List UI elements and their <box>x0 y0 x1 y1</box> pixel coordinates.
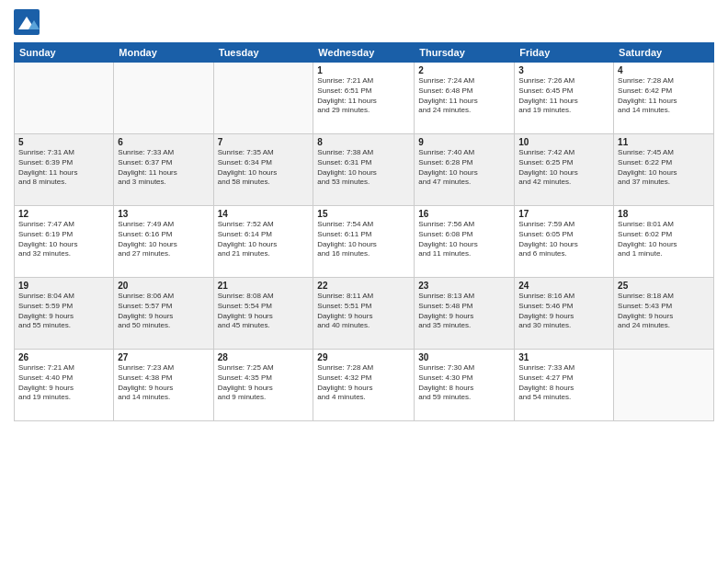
day-info: Sunrise: 7:31 AM Sunset: 6:39 PM Dayligh… <box>18 148 109 188</box>
calendar-day-cell: 26Sunrise: 7:21 AM Sunset: 4:40 PM Dayli… <box>15 350 114 421</box>
calendar-day-cell: 6Sunrise: 7:33 AM Sunset: 6:37 PM Daylig… <box>114 134 213 206</box>
calendar-week-row: 1Sunrise: 7:21 AM Sunset: 6:51 PM Daylig… <box>15 63 714 134</box>
day-of-week-header: Saturday <box>614 43 714 63</box>
day-number: 8 <box>317 137 410 147</box>
day-info: Sunrise: 7:33 AM Sunset: 6:37 PM Dayligh… <box>118 148 209 188</box>
day-info: Sunrise: 7:59 AM Sunset: 6:05 PM Dayligh… <box>518 220 609 259</box>
calendar-day-cell: 18Sunrise: 8:01 AM Sunset: 6:02 PM Dayli… <box>614 206 714 278</box>
logo <box>14 9 43 35</box>
day-info: Sunrise: 8:13 AM Sunset: 5:48 PM Dayligh… <box>418 292 510 331</box>
day-info: Sunrise: 7:35 AM Sunset: 6:34 PM Dayligh… <box>218 148 310 188</box>
day-number: 2 <box>418 65 510 75</box>
calendar-day-cell: 13Sunrise: 7:49 AM Sunset: 6:16 PM Dayli… <box>114 206 213 278</box>
day-info: Sunrise: 7:24 AM Sunset: 6:48 PM Dayligh… <box>418 76 510 116</box>
calendar-day-cell: 30Sunrise: 7:30 AM Sunset: 4:30 PM Dayli… <box>415 350 515 421</box>
calendar-day-cell: 27Sunrise: 7:23 AM Sunset: 4:38 PM Dayli… <box>114 350 213 421</box>
day-number: 23 <box>418 281 510 291</box>
calendar-week-row: 26Sunrise: 7:21 AM Sunset: 4:40 PM Dayli… <box>15 350 714 421</box>
calendar-day-cell: 8Sunrise: 7:38 AM Sunset: 6:31 PM Daylig… <box>313 134 415 206</box>
calendar-week-row: 5Sunrise: 7:31 AM Sunset: 6:39 PM Daylig… <box>15 134 714 206</box>
logo-icon <box>14 9 40 35</box>
calendar-day-cell: 21Sunrise: 8:08 AM Sunset: 5:54 PM Dayli… <box>213 278 313 350</box>
calendar-day-cell: 15Sunrise: 7:54 AM Sunset: 6:11 PM Dayli… <box>313 206 415 278</box>
day-number: 21 <box>218 281 310 291</box>
calendar-day-cell: 24Sunrise: 8:16 AM Sunset: 5:46 PM Dayli… <box>515 278 614 350</box>
day-number: 12 <box>18 209 109 219</box>
day-info: Sunrise: 8:01 AM Sunset: 6:02 PM Dayligh… <box>618 220 710 259</box>
calendar-day-cell: 10Sunrise: 7:42 AM Sunset: 6:25 PM Dayli… <box>515 134 614 206</box>
calendar-day-cell: 22Sunrise: 8:11 AM Sunset: 5:51 PM Dayli… <box>313 278 415 350</box>
day-info: Sunrise: 8:16 AM Sunset: 5:46 PM Dayligh… <box>518 292 609 331</box>
calendar-day-cell: 31Sunrise: 7:33 AM Sunset: 4:27 PM Dayli… <box>515 350 614 421</box>
calendar-table: SundayMondayTuesdayWednesdayThursdayFrid… <box>14 42 714 421</box>
day-number: 6 <box>118 137 209 147</box>
day-number: 7 <box>218 137 310 147</box>
day-info: Sunrise: 7:49 AM Sunset: 6:16 PM Dayligh… <box>118 220 209 259</box>
day-number: 20 <box>118 281 209 291</box>
day-number: 9 <box>418 137 510 147</box>
calendar-day-cell: 28Sunrise: 7:25 AM Sunset: 4:35 PM Dayli… <box>213 350 313 421</box>
calendar-day-cell <box>213 63 313 134</box>
calendar-day-cell: 14Sunrise: 7:52 AM Sunset: 6:14 PM Dayli… <box>213 206 313 278</box>
calendar-day-cell: 2Sunrise: 7:24 AM Sunset: 6:48 PM Daylig… <box>415 63 515 134</box>
day-number: 3 <box>518 65 609 75</box>
calendar-day-cell: 29Sunrise: 7:28 AM Sunset: 4:32 PM Dayli… <box>313 350 415 421</box>
day-info: Sunrise: 7:25 AM Sunset: 4:35 PM Dayligh… <box>218 363 310 403</box>
day-number: 10 <box>518 137 609 147</box>
day-of-week-header: Friday <box>515 43 614 63</box>
calendar-day-cell: 19Sunrise: 8:04 AM Sunset: 5:59 PM Dayli… <box>15 278 114 350</box>
day-number: 31 <box>518 352 609 362</box>
calendar-day-cell <box>15 63 114 134</box>
day-info: Sunrise: 7:28 AM Sunset: 4:32 PM Dayligh… <box>317 363 410 403</box>
day-info: Sunrise: 8:06 AM Sunset: 5:57 PM Dayligh… <box>118 292 209 331</box>
calendar-day-cell: 11Sunrise: 7:45 AM Sunset: 6:22 PM Dayli… <box>614 134 714 206</box>
calendar-week-row: 19Sunrise: 8:04 AM Sunset: 5:59 PM Dayli… <box>15 278 714 350</box>
day-number: 16 <box>418 209 510 219</box>
calendar-day-cell: 17Sunrise: 7:59 AM Sunset: 6:05 PM Dayli… <box>515 206 614 278</box>
calendar-day-cell: 20Sunrise: 8:06 AM Sunset: 5:57 PM Dayli… <box>114 278 213 350</box>
day-number: 28 <box>218 352 310 362</box>
day-number: 15 <box>317 209 410 219</box>
day-number: 14 <box>218 209 310 219</box>
calendar-day-cell: 4Sunrise: 7:28 AM Sunset: 6:42 PM Daylig… <box>614 63 714 134</box>
day-number: 13 <box>118 209 209 219</box>
day-of-week-header: Thursday <box>415 43 515 63</box>
calendar-day-cell: 5Sunrise: 7:31 AM Sunset: 6:39 PM Daylig… <box>15 134 114 206</box>
day-of-week-header: Monday <box>114 43 213 63</box>
calendar-day-cell: 9Sunrise: 7:40 AM Sunset: 6:28 PM Daylig… <box>415 134 515 206</box>
calendar-week-row: 12Sunrise: 7:47 AM Sunset: 6:19 PM Dayli… <box>15 206 714 278</box>
day-info: Sunrise: 7:45 AM Sunset: 6:22 PM Dayligh… <box>618 148 710 188</box>
calendar-day-cell: 1Sunrise: 7:21 AM Sunset: 6:51 PM Daylig… <box>313 63 415 134</box>
day-of-week-header: Sunday <box>15 43 114 63</box>
day-number: 26 <box>18 352 109 362</box>
day-number: 27 <box>118 352 209 362</box>
day-info: Sunrise: 8:11 AM Sunset: 5:51 PM Dayligh… <box>317 292 410 331</box>
day-number: 30 <box>418 352 510 362</box>
day-of-week-header: Tuesday <box>213 43 313 63</box>
day-info: Sunrise: 7:30 AM Sunset: 4:30 PM Dayligh… <box>418 363 510 403</box>
day-info: Sunrise: 7:21 AM Sunset: 4:40 PM Dayligh… <box>18 363 109 403</box>
calendar-day-cell: 16Sunrise: 7:56 AM Sunset: 6:08 PM Dayli… <box>415 206 515 278</box>
day-info: Sunrise: 7:38 AM Sunset: 6:31 PM Dayligh… <box>317 148 410 188</box>
day-number: 18 <box>618 209 710 219</box>
calendar-day-cell: 3Sunrise: 7:26 AM Sunset: 6:45 PM Daylig… <box>515 63 614 134</box>
page: SundayMondayTuesdayWednesdayThursdayFrid… <box>0 0 728 563</box>
calendar-day-cell: 23Sunrise: 8:13 AM Sunset: 5:48 PM Dayli… <box>415 278 515 350</box>
calendar-day-cell <box>614 350 714 421</box>
day-info: Sunrise: 7:26 AM Sunset: 6:45 PM Dayligh… <box>518 76 609 116</box>
day-info: Sunrise: 8:18 AM Sunset: 5:43 PM Dayligh… <box>618 292 710 331</box>
day-info: Sunrise: 7:21 AM Sunset: 6:51 PM Dayligh… <box>317 76 410 116</box>
day-number: 19 <box>18 281 109 291</box>
day-info: Sunrise: 8:04 AM Sunset: 5:59 PM Dayligh… <box>18 292 109 331</box>
day-info: Sunrise: 7:54 AM Sunset: 6:11 PM Dayligh… <box>317 220 410 259</box>
day-number: 24 <box>518 281 609 291</box>
days-of-week-row: SundayMondayTuesdayWednesdayThursdayFrid… <box>15 43 714 63</box>
calendar-day-cell: 7Sunrise: 7:35 AM Sunset: 6:34 PM Daylig… <box>213 134 313 206</box>
day-info: Sunrise: 7:47 AM Sunset: 6:19 PM Dayligh… <box>18 220 109 259</box>
day-info: Sunrise: 7:56 AM Sunset: 6:08 PM Dayligh… <box>418 220 510 259</box>
day-number: 4 <box>618 65 710 75</box>
day-number: 25 <box>618 281 710 291</box>
day-info: Sunrise: 7:42 AM Sunset: 6:25 PM Dayligh… <box>518 148 609 188</box>
calendar-day-cell: 12Sunrise: 7:47 AM Sunset: 6:19 PM Dayli… <box>15 206 114 278</box>
day-info: Sunrise: 7:33 AM Sunset: 4:27 PM Dayligh… <box>518 363 609 403</box>
